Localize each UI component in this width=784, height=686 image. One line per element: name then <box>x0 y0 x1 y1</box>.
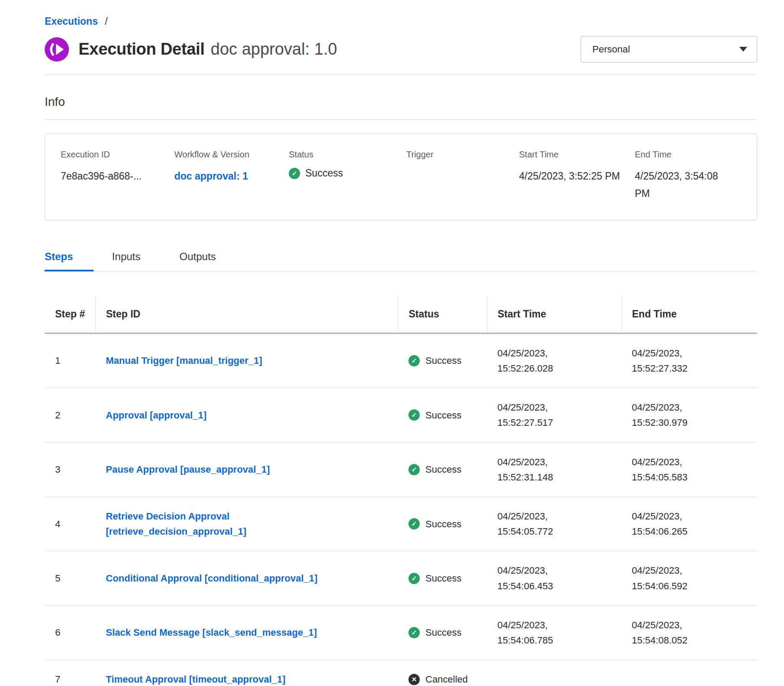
table-row: 4 Retrieve Decision Approval [retrieve_d… <box>45 497 757 551</box>
info-card: Execution ID 7e8ac396-a868-... Workflow … <box>45 134 757 220</box>
step-end-time: 04/25/2023, 15:54:06.265 <box>632 509 708 539</box>
breadcrumb: Executions / <box>45 16 757 27</box>
title-divider <box>45 75 757 75</box>
step-status-text: Success <box>425 625 461 640</box>
breadcrumb-separator: / <box>105 16 108 27</box>
step-status-text: Success <box>425 408 461 423</box>
info-label: Status <box>289 150 395 160</box>
cancelled-icon: ✕ <box>408 674 420 685</box>
tab-steps[interactable]: Steps <box>45 246 94 271</box>
info-divider <box>45 119 757 120</box>
step-start-time: 04/25/2023, 15:54:06.453 <box>497 563 573 593</box>
step-status-text: Success <box>425 571 461 586</box>
table-row: 1 Manual Trigger [manual_trigger_1] ✓Suc… <box>45 333 757 388</box>
detail-tabs: Steps Inputs Outputs <box>45 246 757 271</box>
step-id-link[interactable]: Conditional Approval [conditional_approv… <box>106 571 317 586</box>
success-icon: ✓ <box>408 627 420 638</box>
step-status-text: Success <box>425 516 461 532</box>
page-title: Execution Detail <box>78 40 205 59</box>
info-label: Execution ID <box>61 150 163 160</box>
table-row: 5 Conditional Approval [conditional_appr… <box>45 551 757 605</box>
info-label: Trigger <box>406 150 508 160</box>
step-id-link[interactable]: Slack Send Message [slack_send_message_1… <box>106 625 317 640</box>
info-field-trigger: Trigger <box>406 150 519 203</box>
success-icon: ✓ <box>408 355 420 366</box>
tab-outputs[interactable]: Outputs <box>180 246 237 271</box>
info-label: Start Time <box>519 150 624 160</box>
column-header-start-time: Start Time <box>487 296 621 333</box>
step-end-time: 04/25/2023, 15:54:08.052 <box>632 617 708 648</box>
chevron-down-icon <box>739 47 747 52</box>
success-icon: ✓ <box>408 409 420 421</box>
step-number: 1 <box>45 333 95 388</box>
info-label: Workflow & Version <box>174 150 278 160</box>
step-start-time: 04/25/2023, 15:54:05.772 <box>497 509 573 539</box>
step-end-time: 04/25/2023, 15:54:06.592 <box>632 563 708 593</box>
execution-detail-page: Executions / Execution Detail doc approv… <box>45 0 757 686</box>
workflow-version-link[interactable]: doc approval: 1 <box>174 167 278 185</box>
step-end-time: 04/25/2023, 15:54:05.583 <box>632 454 708 485</box>
step-start-time: 04/25/2023, 15:52:27.517 <box>497 400 573 430</box>
step-number: 4 <box>45 497 95 551</box>
success-icon: ✓ <box>289 168 300 179</box>
step-end-time: 04/25/2023, 15:52:30.979 <box>632 400 708 430</box>
workspace-dropdown-value: Personal <box>592 44 630 55</box>
step-number: 2 <box>45 388 95 442</box>
step-status-text: Cancelled <box>425 672 468 686</box>
info-label: End Time <box>635 150 732 160</box>
step-id-link[interactable]: Approval [approval_1] <box>106 408 206 423</box>
success-icon: ✓ <box>408 518 420 529</box>
info-field-start-time: Start Time 4/25/2023, 3:52:25 PM <box>519 150 635 203</box>
tab-inputs[interactable]: Inputs <box>112 246 161 271</box>
column-header-step-num: Step # <box>45 296 95 333</box>
step-id-link[interactable]: Timeout Approval [timeout_approval_1] <box>106 672 285 686</box>
execution-status: ✓ Success <box>289 167 395 179</box>
execution-id-value: 7e8ac396-a868-... <box>61 167 163 185</box>
step-start-time: 04/25/2023, 15:54:06.785 <box>497 617 573 648</box>
table-header-row: Step # Step ID Status Start Time End Tim… <box>45 296 757 333</box>
workflow-logo-icon <box>45 37 69 62</box>
info-field-status: Status ✓ Success <box>289 150 406 203</box>
step-number: 6 <box>45 605 95 660</box>
column-header-end-time: End Time <box>621 296 757 333</box>
column-header-status: Status <box>398 296 487 333</box>
info-section-heading: Info <box>45 95 757 109</box>
step-end-time: 04/25/2023, 15:52:27.332 <box>632 346 708 376</box>
step-start-time: 04/25/2023, 15:52:26.028 <box>497 346 573 376</box>
steps-table: Step # Step ID Status Start Time End Tim… <box>45 296 757 686</box>
step-status-text: Success <box>425 353 461 368</box>
step-number: 5 <box>45 551 95 605</box>
step-id-link[interactable]: Pause Approval [pause_approval_1] <box>106 462 270 477</box>
step-status-text: Success <box>425 462 461 477</box>
success-icon: ✓ <box>408 464 420 475</box>
table-row: 2 Approval [approval_1] ✓Success 04/25/2… <box>45 388 757 442</box>
info-field-execution-id: Execution ID 7e8ac396-a868-... <box>61 150 174 203</box>
step-id-link[interactable]: Retrieve Decision Approval [retrieve_dec… <box>106 509 349 539</box>
breadcrumb-executions-link[interactable]: Executions <box>45 16 98 27</box>
end-time-value: 4/25/2023, 3:54:08 PM <box>635 167 732 203</box>
success-icon: ✓ <box>408 573 420 584</box>
table-row: 7 Timeout Approval [timeout_approval_1] … <box>45 660 757 686</box>
column-header-step-id: Step ID <box>95 296 398 333</box>
table-row: 6 Slack Send Message [slack_send_message… <box>45 605 757 660</box>
table-row: 3 Pause Approval [pause_approval_1] ✓Suc… <box>45 442 757 497</box>
step-id-link[interactable]: Manual Trigger [manual_trigger_1] <box>106 353 262 368</box>
title-row: Execution Detail doc approval: 1.0 Perso… <box>45 36 757 62</box>
step-number: 3 <box>45 442 95 497</box>
page-subtitle: doc approval: 1.0 <box>211 40 337 59</box>
execution-status-text: Success <box>305 167 343 179</box>
step-start-time: 04/25/2023, 15:52:31.148 <box>497 454 573 485</box>
start-time-value: 4/25/2023, 3:52:25 PM <box>519 167 624 185</box>
step-number: 7 <box>45 660 95 686</box>
info-field-workflow: Workflow & Version doc approval: 1 <box>174 150 289 203</box>
workspace-dropdown[interactable]: Personal <box>581 36 757 62</box>
info-field-end-time: End Time 4/25/2023, 3:54:08 PM <box>635 150 744 203</box>
